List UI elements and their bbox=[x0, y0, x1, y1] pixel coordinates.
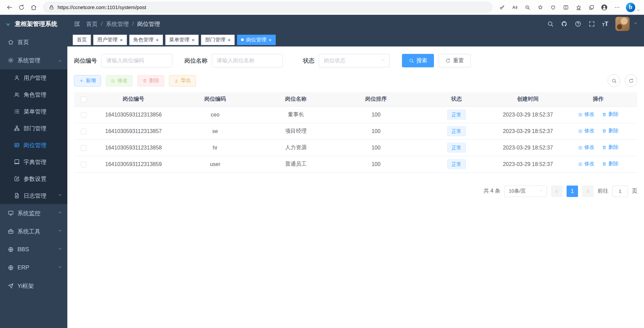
row-checkbox[interactable] bbox=[81, 162, 87, 167]
post-name-input[interactable] bbox=[212, 54, 283, 67]
sidebar-item-system-tools[interactable]: 系统工具 bbox=[0, 222, 67, 240]
hamburger-icon bbox=[73, 20, 81, 28]
edit-icon bbox=[578, 162, 583, 166]
help-button[interactable] bbox=[575, 21, 581, 27]
tab-post-management[interactable]: 岗位管理 × bbox=[237, 35, 276, 45]
status-label: 状态 bbox=[303, 57, 314, 65]
sidebar-item-yi-framework[interactable]: Yi框架 bbox=[0, 277, 67, 295]
zoom-icon bbox=[524, 4, 531, 10]
zoom-button[interactable] bbox=[521, 2, 534, 13]
status-badge: 正常 bbox=[447, 110, 466, 120]
address-bar[interactable]: https://ccnetcore.com:1101/system/post bbox=[43, 2, 493, 12]
add-favorite-button[interactable] bbox=[534, 2, 546, 13]
help-icon bbox=[575, 21, 581, 27]
tab-department-management[interactable]: 部门管理 × bbox=[201, 35, 235, 45]
browser-toolbar: https://ccnetcore.com:1101/system/post bbox=[0, 0, 644, 15]
edit-link[interactable]: 修改 bbox=[578, 128, 595, 134]
sidebar-item-system-monitor[interactable]: 系统监控 bbox=[0, 204, 67, 222]
breadcrumb-item-home[interactable]: 首页 bbox=[86, 20, 98, 28]
sidebar-item-menu-management[interactable]: 菜单管理 bbox=[0, 103, 67, 120]
back-button[interactable] bbox=[3, 2, 15, 13]
header-search-button[interactable] bbox=[547, 21, 554, 27]
menu-collapse-button[interactable] bbox=[73, 20, 81, 28]
tab-home[interactable]: 首页 bbox=[73, 35, 91, 45]
edit-link[interactable]: 修改 bbox=[578, 144, 595, 151]
goto-page-input[interactable] bbox=[612, 186, 628, 197]
caret-down-icon[interactable] bbox=[633, 21, 638, 27]
avatar[interactable] bbox=[615, 17, 630, 31]
font-size-button[interactable]: TT bbox=[602, 21, 608, 27]
table-row: 1641030593112313857 se 项目经理 100 正常 2023-… bbox=[74, 123, 637, 139]
add-button[interactable]: 新增 bbox=[74, 75, 101, 87]
filter-form: 岗位编号 岗位名称 状态 岗位状态 bbox=[74, 54, 637, 67]
reset-button-label: 重置 bbox=[453, 57, 464, 64]
tab-role-management[interactable]: 角色管理 × bbox=[129, 35, 163, 45]
prev-page-button[interactable] bbox=[551, 186, 563, 197]
fullscreen-button[interactable] bbox=[588, 21, 595, 27]
split-screen-button[interactable] bbox=[560, 2, 572, 13]
browser-profile-button[interactable] bbox=[598, 2, 610, 13]
browser-menu-button[interactable] bbox=[611, 2, 623, 13]
bing-icon[interactable]: b bbox=[626, 3, 635, 12]
delete-link[interactable]: 删除 bbox=[602, 161, 618, 167]
reset-button[interactable]: 重置 bbox=[439, 54, 471, 67]
read-aloud-button[interactable] bbox=[509, 2, 521, 13]
tab-close-icon[interactable]: × bbox=[156, 37, 159, 42]
app-logo: 意框架管理系统 bbox=[0, 15, 67, 33]
github-button[interactable] bbox=[561, 21, 568, 27]
tab-close-icon[interactable]: × bbox=[192, 37, 195, 42]
sidebar-item-system-management[interactable]: 系统管理 bbox=[0, 51, 67, 69]
edit-button[interactable]: 修改 bbox=[106, 75, 133, 87]
tab-user-management[interactable]: 用户管理 × bbox=[93, 35, 127, 45]
refresh-button[interactable] bbox=[15, 2, 28, 13]
export-button[interactable]: 导出 bbox=[169, 75, 196, 87]
sidebar-item-user-management[interactable]: 用户管理 bbox=[0, 69, 67, 86]
sidebar-item-parameter-settings[interactable]: 参数设置 bbox=[0, 170, 67, 187]
password-button[interactable] bbox=[496, 2, 508, 13]
status-select[interactable]: 岗位状态 bbox=[319, 54, 390, 67]
tab-close-icon[interactable]: × bbox=[269, 37, 272, 42]
delete-link[interactable]: 删除 bbox=[602, 128, 618, 134]
sidebar-item-role-management[interactable]: 角色管理 bbox=[0, 86, 67, 103]
bing-caret-icon[interactable] bbox=[636, 8, 641, 12]
sidebar-item-department-management[interactable]: 部门管理 bbox=[0, 120, 67, 137]
favorites-button[interactable] bbox=[573, 2, 585, 13]
home-button[interactable] bbox=[28, 2, 40, 13]
sidebar-item-bbs[interactable]: BBS bbox=[0, 240, 67, 259]
column-header-actions: 操作 bbox=[559, 92, 637, 106]
tab-close-icon[interactable]: × bbox=[120, 37, 123, 42]
row-checkbox[interactable] bbox=[81, 129, 87, 134]
post-code-cell: ceo bbox=[174, 106, 256, 123]
profile-icon bbox=[601, 4, 608, 11]
column-header-status: 状态 bbox=[416, 92, 497, 106]
sidebar-item-home[interactable]: 首页 bbox=[0, 33, 67, 51]
row-checkbox[interactable] bbox=[81, 145, 87, 151]
delete-link[interactable]: 删除 bbox=[602, 111, 618, 118]
edit-link[interactable]: 修改 bbox=[578, 161, 595, 167]
post-code-input[interactable] bbox=[101, 54, 172, 67]
breadcrumb-separator: / bbox=[132, 21, 134, 27]
sidebar-item-post-management[interactable]: 岗位管理 bbox=[0, 137, 67, 154]
collections-button[interactable] bbox=[585, 2, 598, 13]
delete-link[interactable]: 删除 bbox=[602, 144, 618, 151]
github-icon bbox=[561, 21, 568, 27]
browser-essentials-button[interactable] bbox=[547, 2, 559, 13]
page-size-select[interactable]: 10条/页 bbox=[504, 186, 547, 197]
next-page-button[interactable] bbox=[582, 186, 594, 197]
breadcrumb-item-system[interactable]: 系统管理 bbox=[106, 20, 129, 28]
monitor-icon bbox=[7, 210, 14, 216]
row-checkbox[interactable] bbox=[81, 112, 87, 118]
sidebar-item-dict-management[interactable]: 字典管理 bbox=[0, 154, 67, 170]
sidebar-item-erp[interactable]: ERP bbox=[0, 259, 67, 277]
tab-menu-management[interactable]: 菜单管理 × bbox=[165, 35, 199, 45]
toggle-search-button[interactable] bbox=[608, 74, 620, 87]
create-time-cell: 2023-03-29 18:52:37 bbox=[497, 156, 559, 172]
search-button[interactable]: 搜索 bbox=[402, 54, 434, 67]
tab-close-icon[interactable]: × bbox=[228, 37, 231, 42]
edit-link[interactable]: 修改 bbox=[578, 111, 595, 118]
select-all-checkbox[interactable] bbox=[81, 97, 87, 102]
delete-button[interactable]: 删除 bbox=[137, 75, 164, 87]
sidebar-item-log-management[interactable]: 日志管理 bbox=[0, 187, 67, 204]
refresh-table-button[interactable] bbox=[625, 74, 637, 87]
page-1-button[interactable]: 1 bbox=[567, 186, 578, 197]
